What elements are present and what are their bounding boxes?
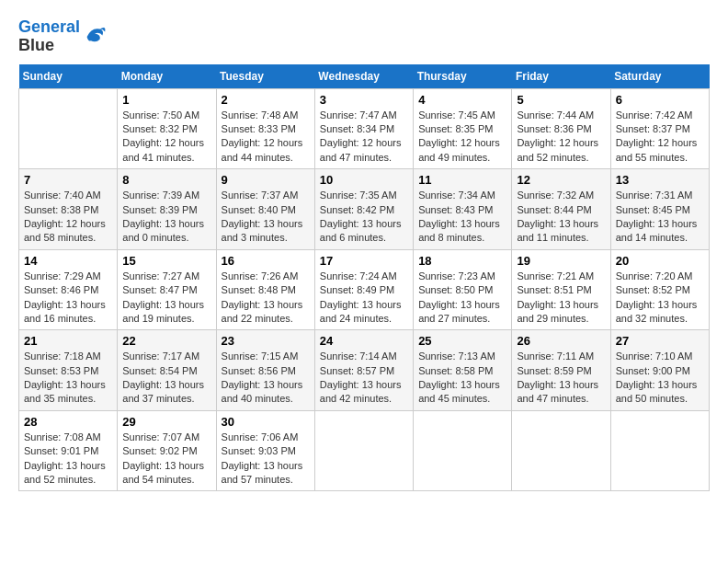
day-info: Sunrise: 7:35 AMSunset: 8:42 PMDaylight:…: [320, 189, 408, 246]
calendar-day-cell: 30Sunrise: 7:06 AMSunset: 9:03 PMDayligh…: [216, 410, 314, 491]
day-number: 8: [122, 173, 210, 187]
day-info: Sunrise: 7:42 AMSunset: 8:37 PMDaylight:…: [616, 109, 704, 166]
calendar-day-cell: 25Sunrise: 7:13 AMSunset: 8:58 PMDayligh…: [414, 330, 512, 411]
day-of-week-header: Friday: [512, 64, 610, 89]
day-info: Sunrise: 7:26 AMSunset: 8:48 PMDaylight:…: [222, 270, 310, 327]
day-number: 12: [517, 173, 605, 187]
day-info: Sunrise: 7:08 AMSunset: 9:01 PMDaylight:…: [24, 431, 112, 488]
day-number: 10: [320, 173, 408, 187]
day-info: Sunrise: 7:07 AMSunset: 9:02 PMDaylight:…: [122, 431, 210, 488]
day-info: Sunrise: 7:11 AMSunset: 8:59 PMDaylight:…: [517, 350, 605, 407]
calendar-day-cell: [610, 410, 709, 491]
calendar-day-cell: 14Sunrise: 7:29 AMSunset: 8:46 PMDayligh…: [19, 249, 118, 330]
calendar-day-cell: [19, 88, 118, 169]
page-header: GeneralBlue: [18, 18, 710, 55]
calendar-day-cell: 26Sunrise: 7:11 AMSunset: 8:59 PMDayligh…: [512, 330, 610, 411]
day-info: Sunrise: 7:06 AMSunset: 9:03 PMDaylight:…: [222, 431, 310, 488]
day-number: 25: [418, 334, 506, 348]
logo-text: GeneralBlue: [18, 18, 80, 55]
day-of-week-header: Sunday: [19, 64, 118, 89]
calendar-day-cell: 10Sunrise: 7:35 AMSunset: 8:42 PMDayligh…: [314, 169, 413, 250]
day-number: 21: [24, 334, 112, 348]
calendar-day-cell: 3Sunrise: 7:47 AMSunset: 8:34 PMDaylight…: [314, 88, 413, 169]
day-info: Sunrise: 7:39 AMSunset: 8:39 PMDaylight:…: [122, 189, 210, 246]
day-number: 6: [616, 93, 704, 107]
day-info: Sunrise: 7:40 AMSunset: 8:38 PMDaylight:…: [24, 189, 112, 246]
day-info: Sunrise: 7:15 AMSunset: 8:56 PMDaylight:…: [222, 350, 310, 407]
calendar-week-row: 1Sunrise: 7:50 AMSunset: 8:32 PMDaylight…: [19, 88, 710, 169]
day-number: 16: [222, 254, 310, 268]
calendar-day-cell: [512, 410, 610, 491]
calendar-day-cell: 15Sunrise: 7:27 AMSunset: 8:47 PMDayligh…: [118, 249, 216, 330]
calendar-day-cell: 22Sunrise: 7:17 AMSunset: 8:54 PMDayligh…: [118, 330, 216, 411]
calendar-day-cell: 9Sunrise: 7:37 AMSunset: 8:40 PMDaylight…: [216, 169, 314, 250]
day-info: Sunrise: 7:48 AMSunset: 8:33 PMDaylight:…: [222, 109, 310, 166]
calendar-day-cell: 17Sunrise: 7:24 AMSunset: 8:49 PMDayligh…: [314, 249, 413, 330]
day-of-week-header: Wednesday: [314, 64, 413, 89]
day-info: Sunrise: 7:47 AMSunset: 8:34 PMDaylight:…: [320, 109, 408, 166]
calendar-day-cell: [414, 410, 512, 491]
day-number: 15: [122, 254, 210, 268]
calendar-day-cell: 24Sunrise: 7:14 AMSunset: 8:57 PMDayligh…: [314, 330, 413, 411]
day-info: Sunrise: 7:31 AMSunset: 8:45 PMDaylight:…: [616, 189, 704, 246]
day-number: 23: [222, 334, 310, 348]
day-info: Sunrise: 7:14 AMSunset: 8:57 PMDaylight:…: [320, 350, 408, 407]
calendar-day-cell: 18Sunrise: 7:23 AMSunset: 8:50 PMDayligh…: [414, 249, 512, 330]
day-number: 28: [24, 415, 112, 429]
calendar-week-row: 14Sunrise: 7:29 AMSunset: 8:46 PMDayligh…: [19, 249, 710, 330]
calendar-table: SundayMondayTuesdayWednesdayThursdayFrid…: [18, 64, 710, 492]
day-number: 9: [222, 173, 310, 187]
calendar-day-cell: 27Sunrise: 7:10 AMSunset: 9:00 PMDayligh…: [610, 330, 709, 411]
calendar-day-cell: 16Sunrise: 7:26 AMSunset: 8:48 PMDayligh…: [216, 249, 314, 330]
day-number: 18: [418, 254, 506, 268]
day-number: 22: [122, 334, 210, 348]
calendar-week-row: 7Sunrise: 7:40 AMSunset: 8:38 PMDaylight…: [19, 169, 710, 250]
day-info: Sunrise: 7:37 AMSunset: 8:40 PMDaylight:…: [222, 189, 310, 246]
calendar-day-cell: 13Sunrise: 7:31 AMSunset: 8:45 PMDayligh…: [610, 169, 709, 250]
day-of-week-header: Saturday: [610, 64, 709, 89]
calendar-day-cell: 29Sunrise: 7:07 AMSunset: 9:02 PMDayligh…: [118, 410, 216, 491]
day-number: 7: [24, 173, 112, 187]
calendar-day-cell: 19Sunrise: 7:21 AMSunset: 8:51 PMDayligh…: [512, 249, 610, 330]
day-of-week-header: Monday: [118, 64, 216, 89]
day-info: Sunrise: 7:45 AMSunset: 8:35 PMDaylight:…: [418, 109, 506, 166]
day-info: Sunrise: 7:34 AMSunset: 8:43 PMDaylight:…: [418, 189, 506, 246]
day-number: 19: [517, 254, 605, 268]
calendar-week-row: 21Sunrise: 7:18 AMSunset: 8:53 PMDayligh…: [19, 330, 710, 411]
day-number: 29: [122, 415, 210, 429]
day-number: 3: [320, 93, 408, 107]
day-of-week-header: Thursday: [414, 64, 512, 89]
day-number: 14: [24, 254, 112, 268]
day-info: Sunrise: 7:29 AMSunset: 8:46 PMDaylight:…: [24, 270, 112, 327]
day-number: 2: [222, 93, 310, 107]
day-number: 17: [320, 254, 408, 268]
day-info: Sunrise: 7:20 AMSunset: 8:52 PMDaylight:…: [616, 270, 704, 327]
day-number: 11: [418, 173, 506, 187]
calendar-day-cell: 1Sunrise: 7:50 AMSunset: 8:32 PMDaylight…: [118, 88, 216, 169]
calendar-day-cell: [314, 410, 413, 491]
day-info: Sunrise: 7:50 AMSunset: 8:32 PMDaylight:…: [122, 109, 210, 166]
day-number: 30: [222, 415, 310, 429]
calendar-day-cell: 8Sunrise: 7:39 AMSunset: 8:39 PMDaylight…: [118, 169, 216, 250]
day-info: Sunrise: 7:32 AMSunset: 8:44 PMDaylight:…: [517, 189, 605, 246]
day-number: 5: [517, 93, 605, 107]
calendar-day-cell: 23Sunrise: 7:15 AMSunset: 8:56 PMDayligh…: [216, 330, 314, 411]
day-info: Sunrise: 7:23 AMSunset: 8:50 PMDaylight:…: [418, 270, 506, 327]
calendar-day-cell: 2Sunrise: 7:48 AMSunset: 8:33 PMDaylight…: [216, 88, 314, 169]
day-info: Sunrise: 7:44 AMSunset: 8:36 PMDaylight:…: [517, 109, 605, 166]
calendar-day-cell: 12Sunrise: 7:32 AMSunset: 8:44 PMDayligh…: [512, 169, 610, 250]
calendar-day-cell: 11Sunrise: 7:34 AMSunset: 8:43 PMDayligh…: [414, 169, 512, 250]
day-info: Sunrise: 7:21 AMSunset: 8:51 PMDaylight:…: [517, 270, 605, 327]
logo: GeneralBlue: [18, 18, 108, 55]
day-info: Sunrise: 7:10 AMSunset: 9:00 PMDaylight:…: [616, 350, 704, 407]
logo-bird-icon: [82, 24, 108, 50]
day-info: Sunrise: 7:17 AMSunset: 8:54 PMDaylight:…: [122, 350, 210, 407]
day-number: 26: [517, 334, 605, 348]
day-number: 20: [616, 254, 704, 268]
day-number: 13: [616, 173, 704, 187]
day-of-week-header: Tuesday: [216, 64, 314, 89]
calendar-week-row: 28Sunrise: 7:08 AMSunset: 9:01 PMDayligh…: [19, 410, 710, 491]
calendar-day-cell: 20Sunrise: 7:20 AMSunset: 8:52 PMDayligh…: [610, 249, 709, 330]
day-info: Sunrise: 7:18 AMSunset: 8:53 PMDaylight:…: [24, 350, 112, 407]
day-number: 1: [122, 93, 210, 107]
